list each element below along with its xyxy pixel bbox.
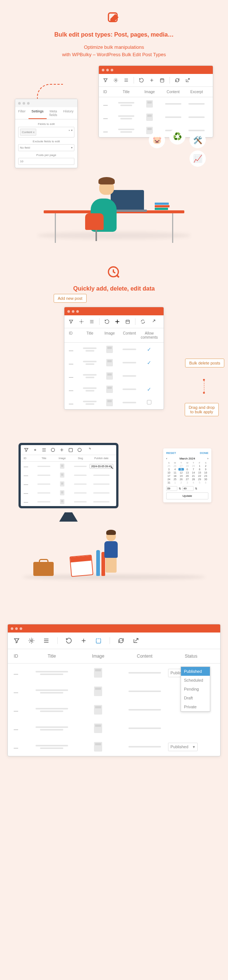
table-row[interactable]: ✓ <box>64 383 164 396</box>
table-row[interactable] <box>64 396 164 409</box>
history-icon[interactable] <box>65 637 73 644</box>
person-illustration <box>44 150 184 243</box>
section-bulk-edit: Bulk edit post types: Post, pages, media… <box>0 0 228 254</box>
check-icon[interactable]: ✓ <box>147 386 151 392</box>
menu-icon[interactable] <box>41 447 47 453</box>
tab-history[interactable]: History <box>61 107 77 119</box>
grid-toolbar <box>21 445 116 455</box>
history-icon[interactable] <box>104 319 110 325</box>
filter-icon[interactable] <box>23 447 29 453</box>
person-illustration <box>100 531 122 576</box>
external-icon[interactable] <box>150 319 156 325</box>
table-row[interactable] <box>21 471 116 479</box>
window-titlebar <box>8 624 220 633</box>
chevron-down-icon: ▾ <box>193 745 195 749</box>
plus-icon[interactable] <box>80 637 87 644</box>
monitor-stand <box>59 512 78 522</box>
svg-point-1 <box>115 80 116 81</box>
filter-icon[interactable] <box>13 637 20 644</box>
plus-icon[interactable] <box>59 447 65 453</box>
done-button[interactable]: DONE <box>200 451 208 455</box>
drag-indicator <box>201 379 207 394</box>
gear-icon[interactable] <box>32 447 38 453</box>
menu-icon[interactable] <box>123 77 129 83</box>
fields-to-edit-input[interactable]: Content x× ▾ <box>18 127 74 137</box>
external-icon[interactable] <box>132 637 140 644</box>
table-row[interactable] <box>64 369 164 383</box>
refresh-icon[interactable] <box>174 77 180 83</box>
col-id: ID <box>103 90 114 94</box>
gear-icon[interactable] <box>78 319 85 325</box>
field-label: Exclude fields to edit <box>18 140 74 143</box>
table-row[interactable]: ✓ <box>64 356 164 369</box>
calendar-icon[interactable] <box>159 77 165 83</box>
table-row[interactable] <box>21 479 116 488</box>
check-icon[interactable]: ✓ <box>147 360 151 366</box>
table-row[interactable] <box>8 719 220 738</box>
dropdown-option[interactable]: Published <box>181 667 210 676</box>
prev-month-icon[interactable]: ‹ <box>166 457 167 460</box>
table-row[interactable] <box>21 488 116 497</box>
dropdown-option[interactable]: Private <box>181 702 210 711</box>
minute-input[interactable] <box>182 486 194 491</box>
plus-icon[interactable] <box>149 77 155 83</box>
window-titlebar <box>15 99 77 107</box>
calendar-grid[interactable]: SMTWTFS 252627282912 3456789 10111213141… <box>166 462 208 484</box>
update-button[interactable]: Update <box>166 492 208 500</box>
callout-add-post: Add new post <box>54 294 87 303</box>
col-content: Content <box>161 90 185 94</box>
image-placeholder <box>146 100 153 108</box>
plus-icon[interactable] <box>114 318 121 326</box>
tab-filter[interactable]: Filter <box>15 107 29 119</box>
svg-point-9 <box>78 448 81 451</box>
thought-tools-icon: 🛠️ <box>190 132 206 148</box>
table-row[interactable] <box>21 497 116 506</box>
window-titlebar <box>64 307 164 315</box>
calendar-icon[interactable] <box>95 637 102 644</box>
calendar-icon[interactable] <box>68 447 74 453</box>
history-icon[interactable] <box>50 447 56 453</box>
table-row[interactable]: 2024-03-05 09:49↖ <box>21 462 116 471</box>
dropdown-option[interactable]: Draft <box>181 694 210 702</box>
filter-icon[interactable] <box>102 77 108 83</box>
menu-icon[interactable] <box>43 637 50 644</box>
table-row[interactable] <box>99 111 213 124</box>
refresh-icon[interactable] <box>117 637 125 644</box>
dropdown-option[interactable]: Scheduled <box>181 676 210 685</box>
reset-button[interactable]: RESET <box>166 451 176 455</box>
menu-icon[interactable] <box>89 319 95 325</box>
calendar-icon[interactable] <box>125 319 131 325</box>
section2-illustration: Add new post Bulk delete posts Drag and … <box>15 307 213 410</box>
grid-toolbar <box>8 633 220 649</box>
svg-point-4 <box>81 321 82 322</box>
next-month-icon[interactable]: › <box>207 457 208 460</box>
data-grid-window: ID Title Image Content Excerpt <box>99 65 213 137</box>
table-row[interactable] <box>99 97 213 111</box>
close-icon[interactable]: ✕ <box>77 107 78 119</box>
check-icon[interactable]: ✓ <box>147 346 151 352</box>
refresh-icon[interactable] <box>77 447 83 453</box>
external-icon[interactable] <box>86 447 91 453</box>
gear-icon[interactable] <box>113 77 119 83</box>
filter-icon[interactable] <box>68 319 74 325</box>
history-icon[interactable] <box>139 77 144 83</box>
svg-rect-11 <box>96 639 100 643</box>
tab-settings[interactable]: Settings <box>29 107 47 119</box>
gear-icon[interactable] <box>28 637 35 644</box>
refresh-icon[interactable] <box>140 319 146 325</box>
settings-tabs: Filter Settings Meta fields History ✕ <box>15 107 77 119</box>
tab-meta[interactable]: Meta fields <box>47 107 61 119</box>
external-icon[interactable] <box>185 77 191 83</box>
status-select[interactable]: Published▾ <box>168 743 198 751</box>
section-status-dropdown: ID Title Image Content Status Published▾… <box>0 624 228 771</box>
thought-savings-icon: 🐷 <box>149 132 165 148</box>
table-row[interactable]: Published▾ <box>8 738 220 756</box>
table-row[interactable]: ✓ <box>64 343 164 356</box>
dropdown-option[interactable]: Pending <box>181 685 210 694</box>
table-header: ID Title Image Content Excerpt <box>99 87 213 97</box>
hour-input[interactable] <box>166 486 177 491</box>
callout-bulk-delete: Bulk delete posts <box>185 359 224 368</box>
date-input[interactable]: 2024-03-05 09:49↖ <box>89 464 113 469</box>
svg-point-6 <box>34 449 36 451</box>
checkbox[interactable] <box>147 400 151 404</box>
